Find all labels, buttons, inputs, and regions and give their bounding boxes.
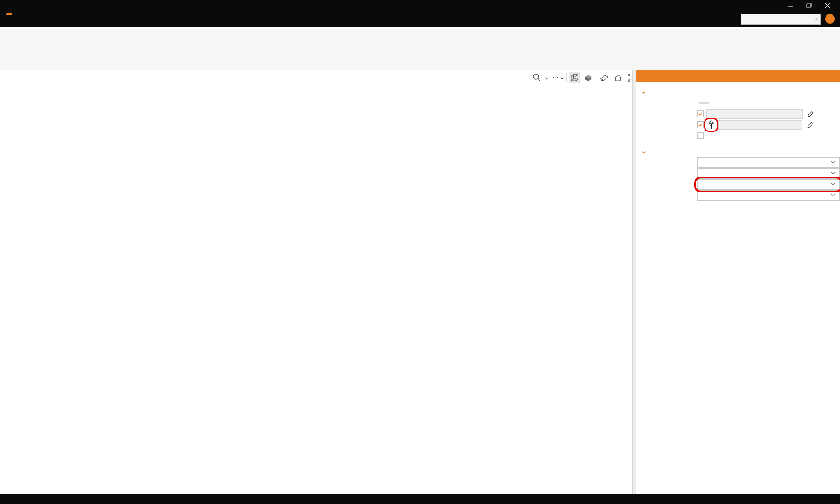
close-icon <box>825 3 830 8</box>
direction-global-toggle[interactable] <box>709 102 719 104</box>
view-mode-dropdown[interactable] <box>560 74 564 82</box>
zoom-dropdown[interactable] <box>545 74 549 82</box>
chevron-down-icon <box>831 161 835 164</box>
rounding-status <box>22 496 24 502</box>
menu-bar <box>0 11 840 27</box>
check-icon <box>698 112 703 116</box>
search-zoom-icon <box>532 73 541 82</box>
wireframe-view-button[interactable] <box>569 72 580 83</box>
ry-checkbox[interactable] <box>697 132 704 139</box>
check-icon <box>698 123 703 127</box>
search-icon <box>815 16 818 22</box>
presentation-units-status <box>39 496 40 502</box>
type-of-input-dropdown[interactable] <box>697 157 840 168</box>
x-stiffness-field[interactable] <box>706 109 803 119</box>
view-mode-chip[interactable] <box>553 77 558 78</box>
drawing-area[interactable] <box>0 70 633 494</box>
zoom-button[interactable] <box>531 72 542 83</box>
direction-local-toggle[interactable] <box>699 102 709 104</box>
home-icon <box>613 73 623 82</box>
ribbon <box>0 29 840 70</box>
z-stiffness-field[interactable] <box>718 120 802 130</box>
z-direction-button[interactable] <box>706 119 716 131</box>
chevron-down-icon <box>642 151 646 154</box>
master-dropdown[interactable] <box>697 168 840 179</box>
search-box[interactable] <box>741 14 821 25</box>
chevron-down-icon <box>642 91 646 94</box>
chevron-down-icon <box>545 77 549 80</box>
chevron-down-icon <box>560 77 564 80</box>
chevron-down-icon <box>831 172 835 175</box>
section-wedge-icon <box>599 73 609 82</box>
minimize-button[interactable] <box>781 0 800 11</box>
info-icon[interactable] <box>825 14 835 24</box>
chevron-down-icon <box>831 194 835 197</box>
panel-header <box>636 70 840 82</box>
properties-panel <box>636 70 840 494</box>
position-on-edge-dropdown[interactable] <box>697 190 840 201</box>
z-checkbox[interactable] <box>697 121 704 128</box>
minimize-icon <box>788 3 793 8</box>
section-view-button[interactable] <box>599 72 610 83</box>
search-input[interactable] <box>744 16 815 22</box>
title-bar <box>0 0 840 11</box>
idea-statica-logo <box>6 13 20 15</box>
chevron-down-icon <box>831 183 835 186</box>
status-bar <box>0 494 840 504</box>
solid-view-button[interactable] <box>582 72 594 83</box>
edit-pencil-icon[interactable] <box>807 110 814 117</box>
home-view-button[interactable] <box>612 72 624 83</box>
restore-icon <box>806 3 812 8</box>
wireframe-cube-icon <box>570 73 579 82</box>
solid-cube-icon <box>584 73 593 82</box>
logo-idea <box>6 13 13 15</box>
edge-dropdown[interactable] <box>697 179 840 190</box>
section-position[interactable] <box>636 147 840 157</box>
section-flexible-line-support[interactable] <box>636 88 840 97</box>
close-button[interactable] <box>818 0 836 11</box>
design-code-status <box>5 496 7 502</box>
view-toolbar <box>531 72 637 83</box>
arrow-up-icon <box>708 120 715 130</box>
restore-button[interactable] <box>800 0 818 11</box>
panel-splitter[interactable] <box>633 70 636 494</box>
edit-pencil-icon[interactable] <box>807 121 814 128</box>
x-checkbox[interactable] <box>697 110 704 117</box>
